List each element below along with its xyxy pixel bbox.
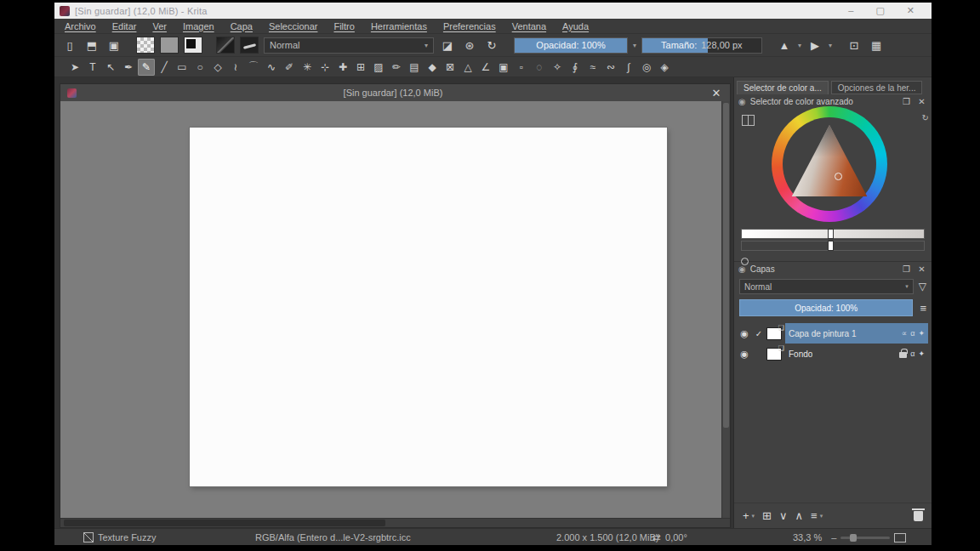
move-tool[interactable]: ✚ [334, 59, 351, 76]
freehand-brush-tool[interactable]: ✎ [138, 59, 155, 76]
transform-tool[interactable]: ⊹ [316, 59, 333, 76]
freehand-select-tool[interactable]: ∮ [567, 59, 584, 76]
lock-icon[interactable] [899, 352, 907, 358]
reference-images-tool[interactable]: ▣ [495, 59, 512, 76]
save-document-icon[interactable]: ▣ [105, 37, 122, 54]
vertical-scrollbar-thumb[interactable] [723, 103, 729, 428]
close-docker-icon[interactable]: ✕ [916, 97, 927, 106]
layer-row-background[interactable]: ◉ ❏ Fondo α ✦ [734, 344, 932, 364]
zoom-slider[interactable] [840, 537, 890, 539]
menu-item[interactable]: Filtro [333, 21, 354, 31]
lightness-marker[interactable] [828, 229, 834, 239]
brush-preset-button[interactable] [216, 37, 235, 54]
fill-tool[interactable]: ◆ [424, 59, 441, 76]
calligraphy-tool[interactable]: ✒ [120, 59, 137, 76]
bezier-select-tool[interactable]: ∫ [620, 59, 637, 76]
layer-visibility-icon[interactable]: ◉ [738, 349, 751, 360]
line-tool[interactable]: ╱ [156, 59, 173, 76]
polygon-select-tool[interactable]: ✧ [549, 59, 566, 76]
rectangle-tool[interactable]: ▭ [174, 59, 191, 76]
colorspace-label[interactable]: RGB/Alfa (Entero d...le-V2-srgbtrc.icc [255, 532, 411, 542]
similar-select-tool[interactable]: ≈ [584, 59, 601, 76]
subwindow-close-icon[interactable]: ✕ [709, 87, 723, 99]
move-layer-up-button[interactable]: ∧ [795, 509, 804, 522]
canvas-viewport[interactable] [60, 101, 721, 518]
subwindow-titlebar[interactable]: [Sin guardar] (12,0 MiB) ✕ [60, 84, 730, 101]
edit-shapes-tool[interactable]: ↖ [102, 59, 119, 76]
tab-tool-options[interactable]: Opciones de la her... [831, 81, 923, 94]
shade-marker[interactable] [828, 241, 834, 251]
add-layer-button[interactable]: + [743, 509, 749, 522]
zoom-tool[interactable]: ◎ [638, 59, 655, 76]
opacity-slider[interactable]: Opacidad: 100% [514, 37, 628, 54]
pattern-chooser-button[interactable] [160, 37, 179, 54]
layer-filter-icon[interactable]: ▽ [919, 281, 926, 293]
pattern-edit-tool[interactable]: ▤ [406, 59, 423, 76]
maximize-button[interactable]: ▢ [875, 3, 884, 19]
mirror-dropdown-icon[interactable]: ▾ [798, 42, 801, 49]
float-docker-icon[interactable]: ❐ [901, 97, 912, 106]
dynamic-brush-tool[interactable]: ✐ [281, 59, 298, 76]
duplicate-layer-button[interactable]: ⊞ [762, 509, 772, 522]
menu-item[interactable]: Ayuda [562, 21, 589, 31]
blend-mode-select[interactable]: Normal ▾ [264, 37, 434, 54]
freehand-path-tool[interactable]: ∿ [263, 59, 280, 76]
reload-preset-icon[interactable]: ↻ [483, 37, 500, 54]
foreground-background-color-button[interactable] [184, 37, 202, 54]
opacity-dropdown-icon[interactable]: ▾ [633, 42, 636, 49]
layer-thumbnail[interactable]: ❏ [766, 327, 782, 340]
add-layer-dropdown-icon[interactable]: ▾ [752, 513, 755, 520]
preset-chooser-icon[interactable]: ⊛ [461, 37, 478, 54]
zoom-slider-knob[interactable] [850, 534, 857, 542]
docker-collapse-icon[interactable]: ◉ [738, 264, 746, 274]
wrap-around-icon[interactable]: ▶ [806, 37, 823, 54]
zoom-out-icon[interactable]: – [831, 532, 836, 542]
layer-badge-inherit-alpha[interactable]: ∝ [902, 329, 907, 338]
layer-visibility-icon[interactable]: ◉ [738, 328, 751, 339]
layer-blend-mode-select[interactable]: Normal ▾ [739, 279, 914, 294]
new-document-icon[interactable]: ▯ [61, 37, 78, 54]
horizontal-scrollbar[interactable] [60, 518, 730, 527]
menu-item[interactable]: Editar [112, 21, 137, 31]
pan-tool[interactable]: ◈ [656, 59, 673, 76]
lightness-bar[interactable] [741, 229, 925, 239]
layer-row-paint-layer[interactable]: ◉ ✓ ❏ Capa de pintura 1 ∝ α ✦ [734, 323, 932, 344]
shade-bar[interactable] [741, 241, 925, 251]
menu-item[interactable]: Capa [231, 21, 253, 31]
open-document-icon[interactable]: ⬒ [83, 37, 100, 54]
float-docker-icon[interactable]: ❐ [901, 264, 912, 274]
layer-badge-alpha[interactable]: α [910, 349, 914, 358]
delete-layer-button[interactable] [914, 511, 923, 521]
assistants-tool[interactable]: △ [459, 59, 476, 76]
canvas-only-mode-icon[interactable] [894, 533, 906, 542]
close-docker-icon[interactable]: ✕ [916, 264, 927, 274]
gradient-tool[interactable]: ▨ [370, 59, 387, 76]
docker-collapse-icon[interactable]: ◉ [738, 97, 746, 106]
enclose-fill-tool[interactable]: ⊠ [442, 59, 459, 76]
layer-properties-icon[interactable]: ≡ [920, 302, 926, 315]
layer-name[interactable]: Capa de pintura 1 [789, 329, 857, 338]
layer-properties-button[interactable]: ≡ [811, 509, 818, 522]
selection-mode-icon[interactable] [83, 532, 94, 542]
layer-properties-dropdown-icon[interactable]: ▾ [820, 513, 823, 520]
zoom-percentage[interactable]: 33,3 % [793, 532, 822, 542]
mirror-canvas-icon[interactable]: ▲ [776, 37, 793, 54]
canvas[interactable] [190, 128, 667, 486]
close-button[interactable]: ✕ [907, 3, 914, 19]
menu-item[interactable]: Seleccionar [269, 21, 317, 31]
horizontal-scrollbar-thumb[interactable] [64, 520, 385, 526]
menu-item[interactable]: Ver [152, 21, 167, 31]
rect-select-tool[interactable]: ▫ [513, 59, 530, 76]
layer-thumbnail[interactable]: ❏ [766, 348, 782, 361]
show-dockers-icon[interactable]: ▦ [868, 37, 885, 54]
brush-size-slider[interactable]: Tamaño: 128,00 px [641, 37, 762, 54]
menu-item[interactable]: Imagen [183, 21, 214, 31]
measure-tool[interactable]: ∠ [477, 59, 494, 76]
text-tool[interactable]: T [84, 59, 101, 76]
canvas-rotation-icon[interactable]: ⇄ [652, 531, 661, 543]
wrap-dropdown-icon[interactable]: ▾ [829, 42, 832, 49]
bezier-curve-tool[interactable]: ⌒ [245, 59, 262, 76]
menu-item[interactable]: Archivo [65, 21, 96, 31]
layer-opacity-slider[interactable]: Opacidad: 100% [739, 299, 913, 316]
minimize-button[interactable]: – [848, 3, 853, 19]
